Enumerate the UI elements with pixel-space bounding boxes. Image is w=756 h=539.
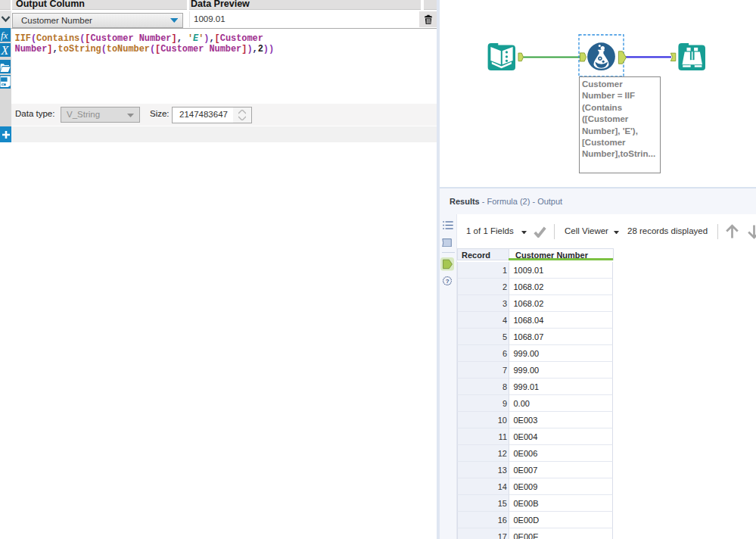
svg-text:X: X [1, 44, 10, 57]
svg-text:fx: fx [1, 30, 8, 41]
svg-text:?: ? [446, 278, 450, 285]
